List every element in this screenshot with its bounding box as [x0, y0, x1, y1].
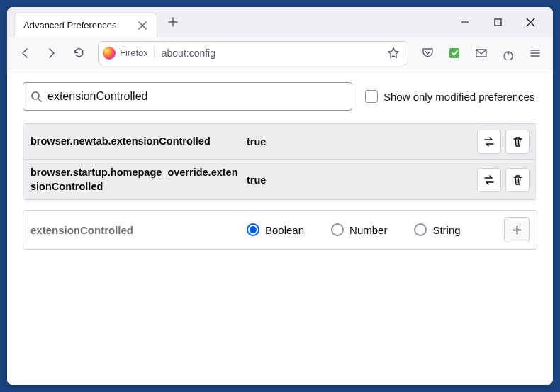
- search-input[interactable]: [47, 90, 345, 103]
- radio-icon: [414, 223, 427, 236]
- radio-label: Boolean: [265, 224, 304, 236]
- reload-button[interactable]: [67, 41, 91, 65]
- add-preference-name: extensionControlled: [30, 224, 247, 236]
- maximize-button[interactable]: [483, 11, 512, 33]
- radio-label: Number: [349, 224, 387, 236]
- radio-icon: [247, 223, 259, 236]
- pocket-button[interactable]: [415, 41, 439, 65]
- minimize-button[interactable]: [451, 11, 479, 33]
- add-button[interactable]: [504, 217, 530, 242]
- plus-icon: [512, 225, 522, 235]
- close-tab-button[interactable]: [137, 20, 148, 31]
- toggle-icon: [483, 175, 495, 185]
- svg-rect-1: [449, 48, 459, 58]
- preference-row[interactable]: browser.startup.homepage_override.extens…: [23, 159, 537, 199]
- toggle-button[interactable]: [477, 130, 501, 154]
- inbox-button[interactable]: [469, 41, 493, 65]
- bookmark-star-button[interactable]: [383, 47, 403, 60]
- new-tab-button[interactable]: [162, 11, 184, 33]
- delete-button[interactable]: [505, 130, 530, 154]
- radio-label: String: [432, 224, 460, 236]
- browser-window: Advanced Preferences: [7, 7, 553, 385]
- about-config-content: Show only modified preferences browser.n…: [7, 69, 553, 385]
- radio-icon: [331, 223, 344, 236]
- preference-value: true: [247, 174, 477, 186]
- checkbox-label: Show only modified preferences: [383, 91, 534, 103]
- identity-box[interactable]: Firefox: [103, 47, 155, 60]
- preference-search-box[interactable]: [23, 82, 352, 111]
- window-controls: [451, 11, 550, 33]
- radio-boolean[interactable]: Boolean: [247, 223, 304, 236]
- toggle-icon: [483, 137, 495, 147]
- tab-title: Advanced Preferences: [23, 20, 117, 30]
- svg-point-2: [508, 52, 510, 54]
- type-radio-group: Boolean Number String: [247, 223, 504, 236]
- add-preference-row: extensionControlled Boolean Number Strin…: [23, 210, 537, 250]
- navigation-toolbar: Firefox about:config: [7, 37, 553, 69]
- back-button[interactable]: [13, 41, 37, 65]
- account-button[interactable]: [496, 41, 520, 65]
- show-modified-checkbox[interactable]: Show only modified preferences: [365, 90, 534, 103]
- radio-string[interactable]: String: [414, 223, 460, 236]
- preference-name: browser.startup.homepage_override.extens…: [30, 166, 247, 194]
- identity-label: Firefox: [120, 47, 148, 58]
- svg-rect-0: [495, 19, 501, 26]
- url-text[interactable]: about:config: [155, 47, 383, 59]
- trash-icon: [513, 174, 523, 186]
- trash-icon: [513, 136, 523, 147]
- search-icon: [30, 91, 42, 102]
- menu-button[interactable]: [523, 41, 547, 65]
- preference-name: browser.newtab.extensionControlled: [30, 135, 247, 149]
- extension-button[interactable]: [442, 41, 466, 65]
- delete-button[interactable]: [505, 168, 530, 192]
- browser-tab[interactable]: Advanced Preferences: [14, 13, 157, 37]
- toggle-button[interactable]: [477, 168, 501, 192]
- titlebar: Advanced Preferences: [7, 7, 553, 37]
- url-bar[interactable]: Firefox about:config: [98, 41, 408, 65]
- preference-value: true: [247, 136, 477, 147]
- firefox-logo-icon: [103, 47, 116, 60]
- checkbox-icon: [365, 90, 378, 103]
- close-window-button[interactable]: [516, 11, 544, 33]
- search-row: Show only modified preferences: [23, 82, 537, 111]
- forward-button[interactable]: [40, 41, 64, 65]
- preference-row[interactable]: browser.newtab.extensionControlled true: [23, 124, 537, 159]
- radio-number[interactable]: Number: [331, 223, 387, 236]
- preferences-table: browser.newtab.extensionControlled true …: [23, 123, 537, 200]
